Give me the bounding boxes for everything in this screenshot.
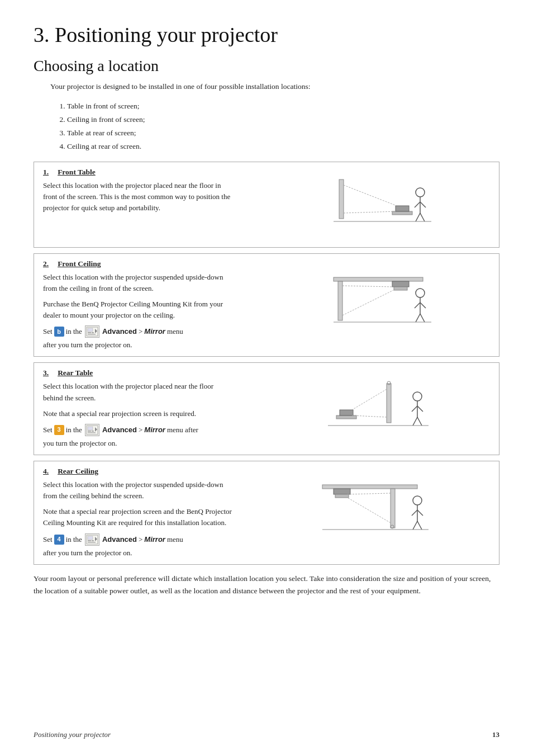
location-box-3: 3. Rear Table Select this location with … bbox=[34, 362, 499, 455]
chapter-title: 3. Positioning your projector bbox=[34, 22, 499, 47]
location-1-body1: Select this location with the projector … bbox=[43, 180, 232, 214]
location-3-body1: Select this location with the projector … bbox=[43, 381, 232, 403]
svg-line-28 bbox=[416, 314, 420, 322]
svg-rect-21 bbox=[394, 287, 407, 290]
svg-line-65 bbox=[412, 510, 417, 516]
gt-4: > bbox=[139, 534, 142, 545]
set-in-2: in the bbox=[66, 326, 82, 337]
set-in-4: in the bbox=[66, 534, 82, 545]
location-2-set-line: Set b in the Advanced > Mirror menu afte… bbox=[43, 325, 232, 351]
location-box-4: 4. Rear Ceiling Select this location wit… bbox=[34, 461, 499, 565]
menu-text-2: menu bbox=[167, 326, 183, 337]
location-3-body2: Note that a special rear projection scre… bbox=[43, 408, 232, 419]
after-text-2: after you turn the projector on. bbox=[43, 339, 132, 351]
location-1-title: 1. Front Table bbox=[43, 168, 232, 177]
location-4-body2: Note that a special rear projection scre… bbox=[43, 506, 232, 528]
rear-table-svg bbox=[306, 375, 434, 442]
svg-rect-2 bbox=[396, 206, 409, 211]
svg-line-47 bbox=[413, 417, 417, 426]
chapter-number: 3. bbox=[34, 23, 50, 46]
svg-line-27 bbox=[420, 303, 426, 308]
svg-line-60 bbox=[348, 493, 391, 494]
svg-rect-57 bbox=[391, 489, 395, 528]
svg-rect-39 bbox=[340, 410, 353, 415]
svg-rect-59 bbox=[335, 494, 349, 498]
location-2-title: 2. Front Ceiling bbox=[43, 259, 232, 268]
front-table-svg bbox=[306, 171, 434, 238]
svg-line-7 bbox=[415, 202, 420, 207]
svg-line-41 bbox=[352, 415, 387, 417]
svg-rect-18 bbox=[334, 277, 423, 281]
svg-point-5 bbox=[416, 188, 425, 197]
location-box-2: 2. Front Ceiling Select this location wi… bbox=[34, 253, 499, 357]
set-icon-2: b bbox=[54, 327, 64, 337]
advanced-label-2: Advanced bbox=[102, 326, 137, 337]
section-title: Choosing a location bbox=[34, 57, 499, 75]
svg-line-9 bbox=[416, 213, 420, 221]
svg-line-8 bbox=[420, 202, 426, 207]
location-2-body2: Purchase the BenQ Projector Ceiling Moun… bbox=[43, 299, 232, 321]
front-ceiling-svg bbox=[306, 272, 434, 339]
svg-point-24 bbox=[416, 289, 425, 297]
svg-line-67 bbox=[413, 521, 417, 530]
location-4-diagram bbox=[241, 467, 499, 559]
svg-rect-51 bbox=[88, 536, 93, 540]
set-prefix-4: Set bbox=[43, 534, 53, 545]
svg-rect-56 bbox=[322, 485, 417, 489]
location-1-content: 1. Front Table Select this location with… bbox=[34, 168, 241, 242]
list-item: Ceiling at rear of screen. bbox=[67, 140, 499, 153]
list-item: Ceiling in front of screen; bbox=[67, 113, 499, 126]
svg-rect-54 bbox=[88, 542, 96, 543]
svg-line-4 bbox=[344, 211, 397, 213]
chapter-title-text: Positioning your projector bbox=[55, 23, 278, 46]
svg-line-46 bbox=[417, 406, 423, 412]
menu-text-3: menu after bbox=[167, 424, 198, 436]
svg-line-40 bbox=[352, 389, 387, 410]
svg-rect-33 bbox=[88, 431, 91, 432]
svg-line-61 bbox=[348, 498, 391, 523]
svg-point-43 bbox=[413, 392, 422, 401]
footer: Positioning your projector 13 bbox=[0, 730, 533, 739]
gt-3: > bbox=[139, 424, 142, 436]
set-in-3: in the bbox=[66, 424, 82, 436]
svg-rect-58 bbox=[334, 489, 350, 494]
svg-rect-15 bbox=[92, 332, 94, 333]
menu-icon-2 bbox=[85, 325, 99, 338]
location-overview-list: Table in front of screen; Ceiling in fro… bbox=[67, 100, 499, 154]
intro-text: Your projector is designed to be install… bbox=[50, 81, 499, 93]
list-item: Table in front of screen; bbox=[67, 100, 499, 113]
after-text-3: you turn the projector on. bbox=[43, 438, 117, 449]
svg-point-63 bbox=[413, 496, 422, 505]
location-3-content: 3. Rear Table Select this location with … bbox=[34, 368, 241, 449]
svg-rect-0 bbox=[339, 179, 344, 219]
svg-line-3 bbox=[344, 185, 397, 206]
location-box-1: 1. Front Table Select this location with… bbox=[34, 162, 499, 248]
menu-icon-4 bbox=[85, 533, 99, 546]
mirror-label-3: Mirror bbox=[144, 424, 165, 436]
set-prefix-3: Set bbox=[43, 424, 53, 436]
svg-rect-32 bbox=[88, 427, 93, 430]
svg-rect-1 bbox=[392, 211, 412, 215]
svg-line-26 bbox=[415, 303, 420, 308]
svg-line-66 bbox=[417, 510, 423, 516]
location-3-diagram bbox=[241, 368, 499, 449]
svg-rect-52 bbox=[88, 540, 91, 541]
svg-rect-16 bbox=[88, 334, 96, 335]
location-4-set-line: Set 4 in the Advanced > Mirror menu afte… bbox=[43, 533, 232, 559]
svg-rect-13 bbox=[88, 328, 93, 332]
menu-text-4: menu bbox=[167, 534, 183, 545]
menu-icon-3 bbox=[85, 424, 99, 436]
svg-rect-34 bbox=[92, 431, 94, 432]
set-icon-3: 3 bbox=[54, 425, 64, 435]
advanced-label-3: Advanced bbox=[102, 424, 137, 436]
bottom-paragraph: Your room layout or personal preference … bbox=[34, 573, 499, 598]
svg-rect-14 bbox=[88, 332, 91, 333]
svg-line-10 bbox=[420, 213, 425, 221]
svg-rect-38 bbox=[336, 415, 356, 419]
location-2-body1: Select this location with the projector … bbox=[43, 272, 232, 294]
svg-line-45 bbox=[412, 406, 417, 412]
footer-page: 13 bbox=[492, 730, 499, 739]
svg-rect-19 bbox=[338, 281, 342, 320]
location-1-diagram bbox=[241, 168, 499, 242]
svg-rect-35 bbox=[88, 432, 96, 433]
